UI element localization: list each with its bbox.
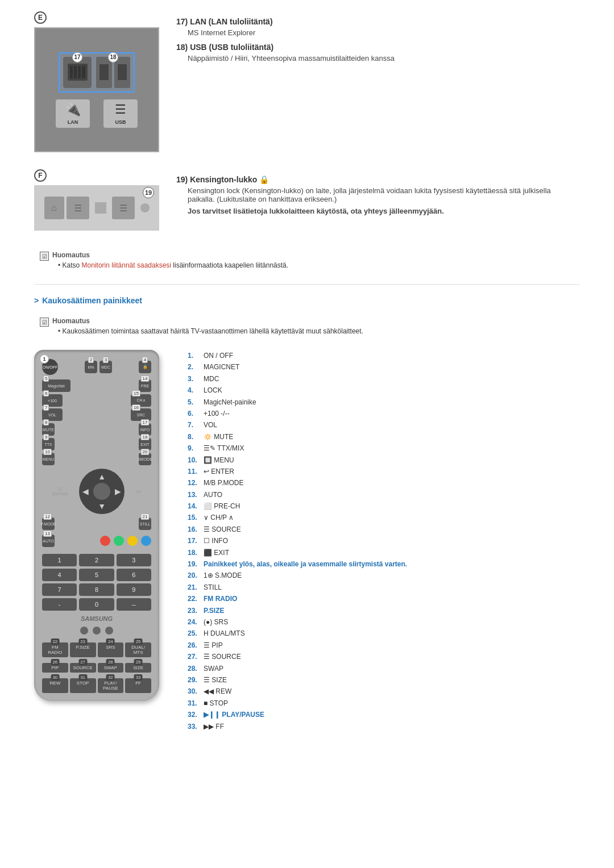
remote-btn-still[interactable]: 21 STILL xyxy=(139,518,151,530)
remote-list-item-7: 7. VOL xyxy=(188,419,580,431)
note1-suffix: lisäinformaatiota kaapelien liitännästä. xyxy=(171,261,288,269)
note1-bullet-text: Katso xyxy=(63,261,82,269)
remote-btn-fmradio[interactable]: 22 FMRADIO xyxy=(42,642,68,657)
remote-btn-swap[interactable]: 28 SWAP xyxy=(98,663,124,673)
note1-header: Huomautus xyxy=(52,251,288,259)
remote-list-item-13: 13. AUTO xyxy=(188,489,580,500)
remote-list-item-19: 19. Painikkeet ylös, alas, oikealle ja v… xyxy=(188,558,580,570)
note1-bullet: • Katso Monitorin liitännät saadaksesi l… xyxy=(58,261,288,269)
item18-text: USB (USB tuloliitäntä) xyxy=(190,43,273,52)
remote-body: 1 ON/OFF 2 MN 3 MDC 4 🔒 xyxy=(34,350,159,701)
remote-btn-dualmts[interactable]: 25 DUAL/MTS xyxy=(125,642,151,657)
remote-btn-on-off[interactable]: 1 ON/OFF xyxy=(42,359,58,375)
note1-content: Huomautus • Katso Monitorin liitännät sa… xyxy=(52,251,288,269)
remote-arrow-up[interactable]: ▲ xyxy=(98,472,106,481)
remote-list-item-6: 6. +100 -/-- xyxy=(188,408,580,419)
note1-icon: ☑ xyxy=(40,252,49,261)
note2-bullet-text: Kaukosäätimen toimintaa saattavat häirit… xyxy=(63,327,363,335)
note2-icon: ☑ xyxy=(40,318,49,327)
remote-arrow-down[interactable]: ▼ xyxy=(98,502,106,511)
remote-list-item-21: 21. STILL xyxy=(188,582,580,593)
remote-num-0[interactable]: 0 xyxy=(79,598,114,611)
section-E-image: E 17 xyxy=(34,11,159,152)
remote-btn-psize[interactable]: 23 P.SIZE xyxy=(70,642,96,657)
remote-list-item-12: 12. M/B P.MODE xyxy=(188,477,580,489)
color-btn-yellow[interactable] xyxy=(127,536,138,546)
section-F: F 19 ⌂ ☰ ☰ 19) Kensington-lukko 🔒 Kensin… xyxy=(34,169,580,231)
remote-num-7[interactable]: 7 xyxy=(42,583,77,596)
note2-bullet: • Kaukosäätimen toimintaa saattavat häir… xyxy=(58,327,363,335)
section-E-content: 17) LAN (LAN tuloliitäntä) MS Internet E… xyxy=(176,11,580,67)
item19-desc: Kensington lock (Kensington-lukko) on la… xyxy=(188,186,580,215)
remote-btn-mdc[interactable]: 3 MDC xyxy=(99,361,112,373)
remote-list-item-11: 11. ↩ ENTER xyxy=(188,466,580,477)
remote-num-1[interactable]: 1 xyxy=(42,554,77,566)
remote-num-dash[interactable]: -- xyxy=(117,598,151,611)
remote-num-2[interactable]: 2 xyxy=(79,554,114,566)
remote-misc-dot1 xyxy=(80,627,88,635)
item18-number: 18) xyxy=(176,43,188,52)
remote-numpad: 1 2 3 4 5 6 7 8 9 - 0 -- xyxy=(42,554,151,611)
section-F-content: 19) Kensington-lukko 🔒 Kensington lock (… xyxy=(176,169,580,220)
remote-list-item-29: 29. ☰ SIZE xyxy=(188,674,580,686)
remote-list-item-22: 22. FM RADIO xyxy=(188,593,580,604)
remote-arrow-pad[interactable]: ▲ ▼ ◀ ▶ xyxy=(79,469,125,514)
remote-btn-rew[interactable]: 30 REW xyxy=(42,678,68,693)
remote-misc-dot2 xyxy=(93,627,101,635)
section-E-photo: 17 18 🔌 LA xyxy=(34,27,159,152)
note1-link[interactable]: Monitorin liitännät saadaksesi xyxy=(82,261,171,269)
remote-list-item-16: 16. ☰ SOURCE xyxy=(188,524,580,535)
remote-list-item-31: 31. ■ STOP xyxy=(188,698,580,709)
remote-btn-stop[interactable]: 31 STOP xyxy=(70,678,96,693)
remote-btn-menu[interactable]: 10 MENU xyxy=(42,453,55,465)
remote-num-minus[interactable]: - xyxy=(42,598,77,611)
color-btn-red[interactable] xyxy=(100,536,110,546)
remote-arrow-left[interactable]: ◀ xyxy=(82,487,89,496)
divider1 xyxy=(34,284,580,285)
item17-desc: MS Internet Explorer xyxy=(188,28,580,37)
section-F-photo: 19 ⌂ ☰ ☰ xyxy=(34,185,159,231)
remote-list-item-26: 26. ☰ PIP xyxy=(188,640,580,651)
color-btn-green[interactable] xyxy=(114,536,124,546)
remote-list-item-5: 5. MagicNet-painike xyxy=(188,397,580,408)
remote-btn-auto[interactable]: 13 AUTO xyxy=(42,535,55,547)
color-btn-blue[interactable] xyxy=(141,536,151,546)
remote-list-item-4: 4. LOCK xyxy=(188,385,580,396)
remote-btn-pmode[interactable]: 12 P.MODE xyxy=(42,518,55,530)
note2-content: Huomautus • Kaukosäätimen toimintaa saat… xyxy=(52,317,363,335)
remote-btn-playpause[interactable]: 32 PLAY/PAUSE xyxy=(98,678,124,693)
remote-num-8[interactable]: 8 xyxy=(79,583,114,596)
remote-buttons-list: 1. ON / OFF 2. MAGICNET 3. MDC 4. LOCK 5… xyxy=(188,350,580,732)
note1-box: ☑ Huomautus • Katso Monitorin liitännät … xyxy=(34,248,580,273)
item17-title: 17) LAN (LAN tuloliitäntä) xyxy=(176,17,580,26)
remote-btn-prech[interactable]: 14 PRE xyxy=(139,379,151,392)
remote-btn-magicnet[interactable]: 2 MN xyxy=(85,361,97,373)
remote-list-item-2: 2. MAGICNET xyxy=(188,361,580,373)
remote-btn-lock[interactable]: 4 🔒 xyxy=(139,361,151,373)
item18-title: 18) USB (USB tuloliitäntä) xyxy=(176,43,580,52)
section-F-label: F xyxy=(34,169,47,182)
remote-btn-ff[interactable]: 33 FF xyxy=(125,678,151,693)
remote-list-item-18: 18. ⬛ EXIT xyxy=(188,547,580,558)
remote-center-btn[interactable] xyxy=(93,483,110,500)
remote-arrow-right[interactable]: ▶ xyxy=(115,487,121,496)
section-F-image: F 19 ⌂ ☰ ☰ xyxy=(34,169,159,231)
remote-btn-srs[interactable]: 24 SRS xyxy=(98,642,124,657)
note2-box: ☑ Huomautus • Kaukosäätimen toimintaa sa… xyxy=(34,314,580,339)
remote-num-3[interactable]: 3 xyxy=(117,554,151,566)
remote-btn-smode[interactable]: 20 SMODE xyxy=(139,453,151,465)
item19-desc-p1: Kensington lock (Kensington-lukko) on la… xyxy=(188,186,580,203)
remote-num-9[interactable]: 9 xyxy=(117,583,151,596)
remote-list-item-28: 28. SWAP xyxy=(188,663,580,674)
remote-num-5[interactable]: 5 xyxy=(79,569,114,581)
remote-list-item-24: 24. (●) SRS xyxy=(188,616,580,628)
remote-num-4[interactable]: 4 xyxy=(42,569,77,581)
remote-section: 1 ON/OFF 2 MN 3 MDC 4 🔒 xyxy=(34,350,580,732)
remote-btn-source2[interactable]: 27 SOURCE xyxy=(70,663,96,673)
remote-btn-size[interactable]: 29 SIZE xyxy=(125,663,151,673)
remote-list-item-3: 3. MDC xyxy=(188,373,580,385)
remote-num-6[interactable]: 6 xyxy=(117,569,151,581)
remote-list-item-8: 8. 🔅 MUTE xyxy=(188,431,580,443)
remote-btn-pip[interactable]: 26 PIP xyxy=(42,663,68,673)
remote-list-item-20: 20. 1⊕ S.MODE xyxy=(188,570,580,581)
